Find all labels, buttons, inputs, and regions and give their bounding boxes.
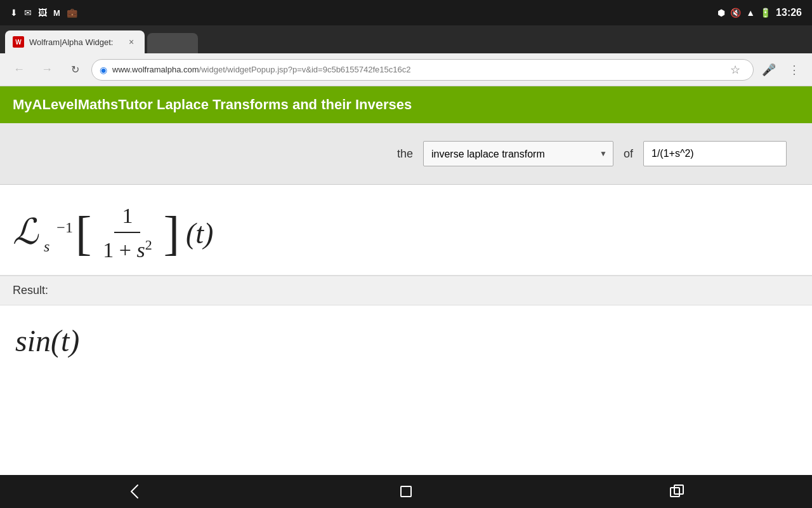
back-icon: ←: [13, 63, 25, 76]
address-text: www.wolframalpha.com/widget/widgetPopup.…: [112, 65, 720, 74]
globe-icon: ◉: [100, 65, 107, 75]
browser-chrome: W Wolfram|Alpha Widget: × ← → ↻ ◉ www.wo…: [0, 25, 812, 86]
svg-rect-0: [401, 486, 411, 497]
reload-button[interactable]: ↻: [63, 58, 86, 81]
result-label: Result:: [13, 284, 48, 297]
tab-bar: W Wolfram|Alpha Widget: ×: [0, 25, 812, 53]
nav-recents-icon: [665, 480, 688, 503]
reload-icon: ↻: [71, 64, 79, 76]
download-icon: ⬇: [10, 8, 18, 18]
active-tab[interactable]: W Wolfram|Alpha Widget: ×: [5, 30, 145, 53]
result-header: Result:: [0, 276, 812, 305]
star-icon[interactable]: ☆: [725, 60, 745, 80]
frac-den-var: s: [136, 238, 145, 262]
forward-button[interactable]: →: [36, 58, 58, 81]
nav-bar: [0, 475, 812, 508]
status-right-icons: ⬢ 🔇 ▲ 🔋 13:26: [717, 7, 802, 18]
image-icon: 🖼: [38, 8, 47, 18]
nav-home-icon: [395, 480, 417, 503]
laplace-L-symbol: ℒ: [13, 211, 38, 252]
math-display-area: ℒ s −1 [ 1 1 + s2 ] (t): [0, 185, 812, 276]
laplace-superscript: −1: [56, 219, 73, 236]
fraction: 1 1 + s2: [95, 204, 159, 262]
menu-icon[interactable]: ⋮: [784, 60, 804, 80]
inactive-tab[interactable]: [147, 33, 198, 53]
left-bracket: [: [75, 209, 91, 257]
status-time: 13:26: [776, 7, 802, 18]
page-content: MyALevelMathsTutor Laplace Transforms an…: [0, 86, 812, 475]
frac-den-exp: 2: [145, 237, 152, 253]
mail-icon: ✉: [24, 8, 32, 18]
nav-recents-button[interactable]: [652, 478, 702, 505]
of-t: (t): [186, 217, 213, 250]
widget-form-area: the inverse laplace transform laplace tr…: [0, 123, 812, 185]
status-bar: ⬇ ✉ 🖼 M 💼 ⬢ 🔇 ▲ 🔋 13:26: [0, 0, 812, 25]
result-math: sin(t): [15, 324, 79, 358]
nav-back-button[interactable]: [110, 478, 160, 505]
result-content: sin(t): [0, 305, 812, 376]
of-label: of: [624, 147, 633, 161]
right-bracket: ]: [164, 209, 180, 257]
status-left-icons: ⬇ ✉ 🖼 M 💼: [10, 8, 77, 18]
frac-denominator: 1 + s2: [95, 233, 159, 262]
nav-home-button[interactable]: [381, 478, 431, 505]
tab-title: Wolfram|Alpha Widget:: [29, 37, 121, 47]
browser-toolbar: ← → ↻ ◉ www.wolframalpha.com/widget/widg…: [0, 53, 812, 86]
tab-favicon-letter: W: [15, 39, 21, 46]
widget-header: MyALevelMathsTutor Laplace Transforms an…: [0, 86, 812, 123]
battery-icon: 🔋: [760, 8, 771, 18]
frac-numerator: 1: [114, 204, 140, 233]
url-path: /widget/widgetPopup.jsp?p=v&id=9c5b61557…: [199, 65, 411, 74]
expression-input[interactable]: [643, 141, 787, 166]
math-formula: ℒ s −1 [ 1 1 + s2 ] (t): [13, 204, 799, 262]
mic-icon[interactable]: 🎤: [759, 60, 779, 80]
url-domain: www.wolframalpha.com: [112, 65, 199, 74]
gmail-icon: M: [53, 8, 60, 18]
mute-icon: 🔇: [730, 8, 741, 18]
tab-close-button[interactable]: ×: [126, 36, 137, 48]
widget-header-title: MyALevelMathsTutor Laplace Transforms an…: [13, 97, 412, 112]
back-button[interactable]: ←: [8, 58, 30, 81]
transform-select-wrapper[interactable]: inverse laplace transform laplace transf…: [423, 141, 613, 166]
wifi-icon: ▲: [746, 8, 755, 18]
briefcase-icon: 💼: [67, 8, 77, 18]
transform-select[interactable]: inverse laplace transform laplace transf…: [423, 141, 613, 166]
the-label: the: [397, 147, 413, 161]
address-bar[interactable]: ◉ www.wolframalpha.com/widget/widgetPopu…: [91, 59, 754, 81]
laplace-subscript: s: [44, 238, 49, 255]
laplace-operator: ℒ s −1: [13, 211, 73, 255]
bluetooth-icon: ⬢: [717, 8, 725, 18]
tab-favicon: W: [13, 36, 24, 48]
forward-icon: →: [41, 63, 53, 76]
nav-back-icon: [124, 480, 147, 503]
